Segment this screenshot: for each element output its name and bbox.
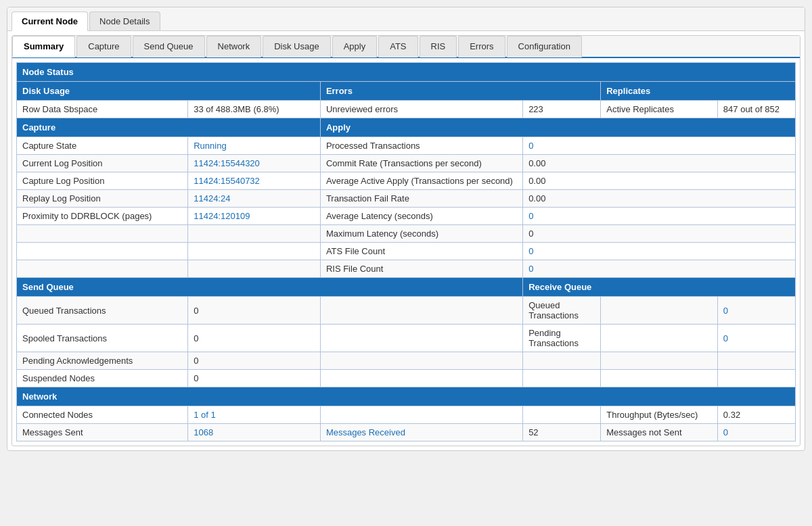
messages-sent-value: 1068 — [188, 424, 321, 441]
rq-queued-tx-value: 0 — [717, 297, 795, 325]
current-log-val[interactable]: 11424:15544320 — [194, 158, 260, 168]
messages-not-sent-value: 0 — [717, 424, 795, 441]
messages-row: Messages Sent 1068 Messages Received 52 … — [17, 424, 796, 441]
subtab-disk-usage[interactable]: Disk Usage — [263, 36, 330, 57]
replay-log-label: Replay Log Position — [17, 190, 188, 208]
empty-rq-2 — [601, 325, 718, 352]
max-latency-value: 0 — [523, 225, 796, 243]
avg-latency-value: 0 — [523, 208, 796, 225]
ris-file-count-val[interactable]: 0 — [528, 264, 533, 274]
replay-log-row: Replay Log Position 11424:24 Transaction… — [17, 190, 796, 208]
tx-fail-rate-label: Transaction Fail Rate — [320, 190, 522, 208]
empty-rq-1 — [601, 297, 718, 325]
disk-errors-replicates-row: Row Data Sbspace 33 of 488.3MB (6.8%) Un… — [17, 101, 796, 118]
empty-capture-4 — [188, 243, 321, 260]
capture-log-label: Capture Log Position — [17, 172, 188, 190]
subtab-apply[interactable]: Apply — [332, 36, 378, 57]
subtab-send-queue[interactable]: Send Queue — [133, 36, 205, 57]
messages-sent-label: Messages Sent — [17, 424, 188, 441]
sub-tabs: Summary Capture Send Queue Network Disk … — [12, 36, 800, 58]
subtab-capture[interactable]: Capture — [76, 36, 131, 57]
capture-col-header: Capture — [17, 118, 321, 137]
rq-queued-tx-label: Queued Transactions — [523, 297, 601, 325]
receive-queue-col-header: Receive Queue — [523, 278, 796, 297]
queued-tx-row: Queued Transactions 0 Queued Transaction… — [17, 297, 796, 325]
ris-file-count-row: RIS File Count 0 — [17, 260, 796, 278]
spooled-pending-row: Spooled Transactions 0 Pending Transacti… — [17, 325, 796, 352]
subtab-summary[interactable]: Summary — [12, 36, 75, 57]
ris-file-count-label: RIS File Count — [320, 260, 522, 278]
tab-node-details[interactable]: Node Details — [89, 11, 160, 30]
rq-pending-tx-label: Pending Transactions — [523, 325, 601, 352]
commit-rate-label: Commit Rate (Transactions per second) — [320, 155, 522, 172]
subtab-network[interactable]: Network — [206, 36, 262, 57]
ats-file-count-row: ATS File Count 0 — [17, 243, 796, 260]
empty-rq-5 — [717, 352, 795, 370]
messages-not-sent-val[interactable]: 0 — [723, 427, 728, 437]
sq-queued-tx-label: Queued Transactions — [17, 297, 188, 325]
subtab-configuration[interactable]: Configuration — [507, 36, 582, 57]
replay-log-value: 11424:24 — [188, 190, 321, 208]
current-log-label: Current Log Position — [17, 155, 188, 172]
empty-rq-8 — [717, 370, 795, 387]
replay-log-val[interactable]: 11424:24 — [194, 193, 230, 204]
sq-pending-ack-label: Pending Acknowledgements — [17, 352, 188, 370]
proximity-row: Proximity to DDRBLOCK (pages) 11424:1201… — [17, 208, 796, 225]
subtab-ats[interactable]: ATS — [378, 36, 418, 57]
sq-rq-header-row: Send Queue Receive Queue — [17, 278, 796, 297]
avg-active-apply-value: 0.00 — [523, 172, 796, 190]
current-log-value: 11424:15544320 — [188, 155, 321, 172]
empty-sq-3 — [320, 352, 522, 370]
inner-panel: Summary Capture Send Queue Network Disk … — [12, 35, 800, 446]
processed-tx-val[interactable]: 0 — [528, 141, 533, 151]
tab-current-node[interactable]: Current Node — [12, 11, 88, 31]
avg-latency-val[interactable]: 0 — [528, 211, 533, 221]
unreviewed-value: 223 — [523, 101, 601, 118]
unreviewed-label: Unreviewed errors — [320, 101, 522, 118]
sq-suspended-nodes-label: Suspended Nodes — [17, 370, 188, 387]
messages-sent-val[interactable]: 1068 — [194, 427, 213, 437]
ats-file-count-val[interactable]: 0 — [528, 246, 533, 256]
proximity-val[interactable]: 11424:120109 — [194, 211, 250, 221]
ats-file-count-label: ATS File Count — [320, 243, 522, 260]
avg-latency-label: Average Latency (seconds) — [320, 208, 522, 225]
sq-suspended-nodes-value: 0 — [188, 370, 321, 387]
max-latency-row: Maximum Latency (seconds) 0 — [17, 225, 796, 243]
capture-log-val[interactable]: 11424:15540732 — [194, 176, 260, 186]
connected-nodes-val[interactable]: 1 of 1 — [194, 410, 216, 420]
empty-net-2 — [523, 406, 601, 424]
active-replicates-value: 847 out of 852 — [717, 101, 795, 118]
rq-queued-tx-val[interactable]: 0 — [723, 306, 728, 316]
messages-received-label: Messages Received — [320, 424, 522, 441]
subtab-errors[interactable]: Errors — [458, 36, 505, 57]
connected-nodes-row: Connected Nodes 1 of 1 Throughput (Bytes… — [17, 406, 796, 424]
disk-usage-col-header: Disk Usage — [17, 82, 321, 101]
top-tabs: Current Node Node Details — [7, 7, 805, 31]
send-queue-col-header: Send Queue — [17, 278, 523, 297]
capture-log-row: Capture Log Position 11424:15540732 Aver… — [17, 172, 796, 190]
proximity-value: 11424:120109 — [188, 208, 321, 225]
empty-capture-3 — [17, 243, 188, 260]
commit-rate-value: 0.00 — [523, 155, 796, 172]
rq-pending-tx-val[interactable]: 0 — [723, 333, 728, 343]
messages-received-lbl[interactable]: Messages Received — [326, 427, 405, 437]
empty-sq-1 — [320, 297, 522, 325]
node-status-label: Node Status — [17, 63, 796, 82]
summary-table: Node Status Disk Usage Errors Replicates… — [16, 62, 796, 441]
sq-spooled-tx-value: 0 — [188, 325, 321, 352]
subtab-ris[interactable]: RIS — [420, 36, 457, 57]
apply-col-header: Apply — [320, 118, 795, 137]
sq-queued-tx-value: 0 — [188, 297, 321, 325]
capture-state-row: Capture State Running Processed Transact… — [17, 137, 796, 155]
capture-state-val[interactable]: Running — [194, 141, 226, 151]
empty-sq-4 — [320, 370, 522, 387]
outer-panel: Current Node Node Details Summary Captur… — [7, 7, 805, 451]
tx-fail-rate-value: 0.00 — [523, 190, 796, 208]
empty-capture-5 — [17, 260, 188, 278]
ris-file-count-value: 0 — [523, 260, 796, 278]
processed-tx-label: Processed Transactions — [320, 137, 522, 155]
active-replicates-label: Active Replicates — [601, 101, 718, 118]
capture-state-label: Capture State — [17, 137, 188, 155]
rq-pending-tx-value: 0 — [717, 325, 795, 352]
max-latency-label: Maximum Latency (seconds) — [320, 225, 522, 243]
